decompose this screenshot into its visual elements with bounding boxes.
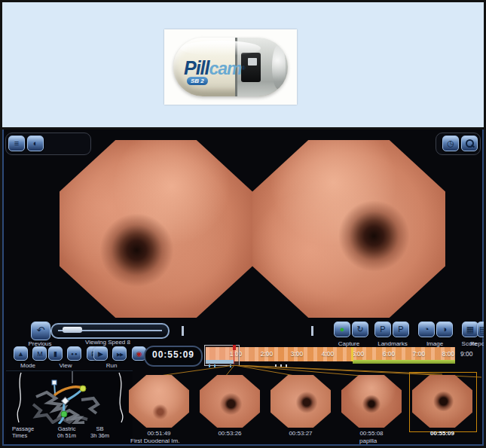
thumbnail-3-time: 00:53:27: [271, 430, 331, 437]
gastric-passage-time: Gastric0h 51m: [57, 425, 76, 439]
landmarks-label: Landmarks: [371, 340, 414, 347]
timeline-end-tick: 9:00: [460, 350, 473, 358]
timeline-tick: 3:00: [286, 350, 308, 358]
landmark-marker-yellow: [351, 347, 353, 361]
viewing-speed-slider[interactable]: [50, 323, 170, 339]
timeline-tick: 8:00: [437, 350, 460, 358]
capture-undo-button[interactable]: ↻: [352, 322, 368, 337]
zoom-icon[interactable]: [461, 136, 478, 151]
mode-label: Mode: [10, 362, 46, 369]
current-time-display: 00:55:09: [144, 346, 203, 367]
body-map[interactable]: [6, 371, 133, 424]
capsule-camera-window: [248, 58, 257, 66]
view-label: View: [47, 362, 84, 369]
report-label: Report: [466, 340, 486, 347]
logo-pill-text: Pill: [184, 57, 209, 78]
thumbnail-1-time: 00:51:49: [129, 430, 189, 437]
logo-cam-text: cam: [209, 59, 242, 78]
timeline-position-marker[interactable]: [233, 345, 236, 350]
image-label: Image: [415, 340, 454, 347]
capsule-info-icon[interactable]: ◐: [27, 136, 44, 151]
capsule-lens-tip: [272, 44, 286, 89]
mode-group: ▲ M: [14, 346, 48, 361]
image-adjust-button[interactable]: ◔: [418, 322, 435, 337]
run-label: Run: [93, 362, 130, 369]
run-play-button[interactable]: ▶: [93, 346, 108, 361]
reader-app-area: ≡ ◐ ◷ ↶ Previous Viewing Speed 8 ● ↻ Cap…: [2, 130, 484, 446]
clock-icon[interactable]: ◷: [442, 136, 459, 151]
skip-to-end-icon[interactable]: [311, 326, 313, 336]
timeline-tick: 4:00: [316, 350, 339, 358]
mode-manual-button[interactable]: M: [32, 346, 47, 361]
timeline-tick: 6:00: [377, 350, 400, 358]
endoscopy-view-left[interactable]: [60, 140, 252, 318]
pillcam-capsule: Pillcam® SB 2: [173, 38, 288, 96]
skip-to-start-icon[interactable]: [182, 326, 184, 336]
report-button[interactable]: ▤: [477, 322, 486, 337]
thumbnail-5-time: 00:55:09: [412, 430, 472, 437]
pillcam-capsule-photo: Pillcam® SB 2: [164, 29, 297, 105]
logo-model-badge: SB 2: [187, 77, 208, 85]
thumbnail-5-selected[interactable]: [412, 375, 472, 428]
image-contrast-button[interactable]: ◑: [436, 322, 453, 337]
run-fast-button[interactable]: ▶▶: [112, 346, 127, 361]
thumbnail-4-label: papilla: [359, 437, 377, 444]
timeline-tick: 5:00: [347, 350, 369, 358]
previous-button[interactable]: ↶: [31, 322, 50, 340]
small-bowel-segment-strip: [353, 360, 455, 364]
timeline-tick: 7:00: [408, 350, 430, 358]
passage-times-panel: PassageTimes Gastric0h 51m SB3h 36m: [6, 370, 133, 444]
timeline-tick: 2:00: [255, 350, 278, 358]
thumbnail-4[interactable]: [341, 375, 402, 428]
capture-image-button[interactable]: ●: [334, 322, 350, 337]
pillcam-banner: Pillcam® SB 2: [2, 2, 484, 130]
viewing-speed-label: Viewing Speed 8: [63, 339, 153, 346]
slider-thumb[interactable]: [63, 327, 82, 333]
thumbnail-2[interactable]: [200, 375, 260, 428]
passage-times-title: PassageTimes: [12, 425, 34, 439]
endoscopy-view-right[interactable]: [252, 140, 445, 318]
sb-passage-time: SB3h 36m: [90, 425, 109, 439]
thumbnail-4-time: 00:55:08: [341, 430, 402, 437]
landmark-add-button[interactable]: P: [374, 322, 391, 337]
menu-icon[interactable]: ≡: [8, 136, 25, 151]
pillcam-logo: Pillcam®: [184, 57, 245, 79]
score-button[interactable]: ▦: [462, 322, 478, 337]
thumbnail-2-time: 00:53:26: [200, 430, 260, 437]
landmark-remove-button[interactable]: P: [393, 322, 409, 337]
thumbnail-1-label: First Duodenal Im.: [130, 437, 179, 444]
view-dual-button[interactable]: ●●: [67, 346, 81, 361]
capsule-highlight: [180, 41, 260, 56]
registered-mark: ®: [242, 66, 245, 71]
run-group: ▶ ▶▶ ◉: [93, 346, 148, 361]
thumbnail-3[interactable]: [271, 375, 331, 428]
mode-auto-button[interactable]: ▲: [14, 346, 28, 361]
rapid-reader-window: Pillcam® SB 2 ≡ ◐ ◷ ↶ Previous Viewing S…: [0, 0, 486, 448]
capture-label: Capture: [328, 340, 370, 347]
thumbnail-1[interactable]: [129, 375, 189, 428]
view-single-button[interactable]: ▮: [48, 346, 63, 361]
